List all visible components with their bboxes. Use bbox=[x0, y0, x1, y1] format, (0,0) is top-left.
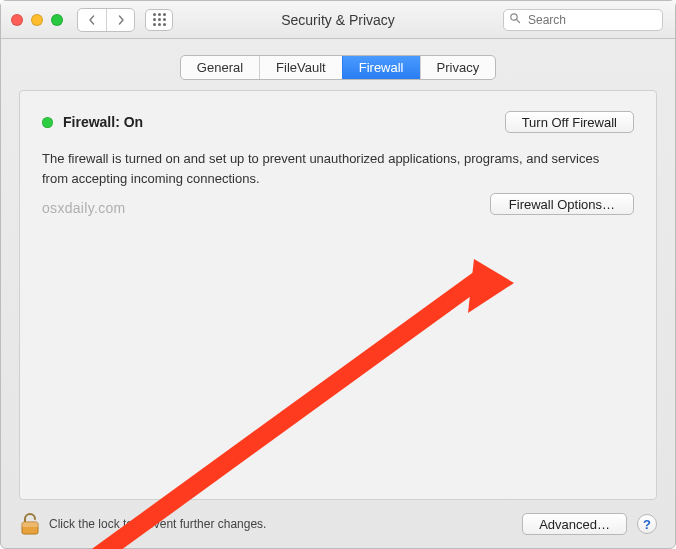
search-input[interactable] bbox=[503, 9, 663, 31]
turn-off-firewall-button[interactable]: Turn Off Firewall bbox=[505, 111, 634, 133]
footer-right: Advanced… ? bbox=[522, 513, 657, 535]
close-icon[interactable] bbox=[11, 14, 23, 26]
svg-marker-3 bbox=[468, 259, 514, 313]
tab-firewall[interactable]: Firewall bbox=[342, 56, 420, 79]
lock-button[interactable] bbox=[19, 512, 41, 536]
status-dot-icon bbox=[42, 117, 53, 128]
window-controls bbox=[11, 14, 63, 26]
tab-segmented: General FileVault Firewall Privacy bbox=[180, 55, 496, 80]
lock-help-text: Click the lock to prevent further change… bbox=[49, 517, 266, 531]
preferences-window: Security & Privacy General FileVault Fir… bbox=[0, 0, 676, 549]
search-wrap bbox=[503, 9, 663, 31]
forward-button[interactable] bbox=[106, 9, 134, 31]
tab-privacy[interactable]: Privacy bbox=[420, 56, 496, 79]
options-row: Firewall Options… bbox=[490, 193, 634, 215]
zoom-icon[interactable] bbox=[51, 14, 63, 26]
back-button[interactable] bbox=[78, 9, 106, 31]
firewall-status-label: Firewall: On bbox=[63, 114, 143, 130]
lock-icon bbox=[19, 512, 41, 536]
search-icon bbox=[509, 12, 521, 27]
nav-buttons bbox=[77, 8, 135, 32]
firewall-panel: Firewall: On Turn Off Firewall The firew… bbox=[19, 90, 657, 500]
advanced-button[interactable]: Advanced… bbox=[522, 513, 627, 535]
firewall-options-button[interactable]: Firewall Options… bbox=[490, 193, 634, 215]
footer: Click the lock to prevent further change… bbox=[1, 500, 675, 548]
minimize-icon[interactable] bbox=[31, 14, 43, 26]
status-left: Firewall: On bbox=[42, 114, 143, 130]
help-button[interactable]: ? bbox=[637, 514, 657, 534]
firewall-description: The firewall is turned on and set up to … bbox=[42, 149, 602, 188]
titlebar: Security & Privacy bbox=[1, 1, 675, 39]
grid-icon bbox=[153, 13, 166, 26]
tab-general[interactable]: General bbox=[181, 56, 259, 79]
svg-line-1 bbox=[517, 19, 520, 22]
status-row: Firewall: On Turn Off Firewall bbox=[42, 111, 634, 133]
show-all-button[interactable] bbox=[145, 9, 173, 31]
svg-rect-5 bbox=[22, 522, 38, 527]
tab-filevault[interactable]: FileVault bbox=[259, 56, 342, 79]
tab-row: General FileVault Firewall Privacy bbox=[1, 55, 675, 80]
